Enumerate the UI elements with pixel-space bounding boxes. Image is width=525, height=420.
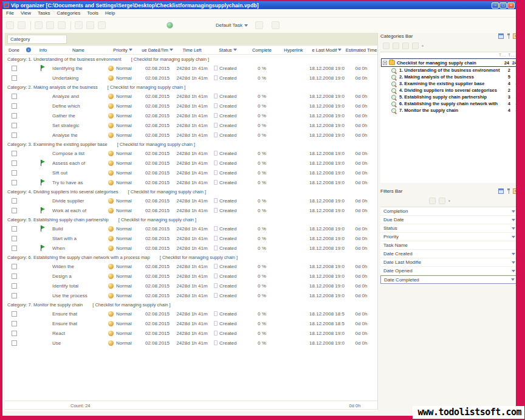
task-row[interactable]: Ensure thatNormal02.08.20152428d 1h 41mC… — [5, 309, 377, 318]
options-icon[interactable] — [272, 21, 280, 29]
undo-icon[interactable] — [75, 21, 83, 29]
close-button[interactable]: × — [507, 2, 515, 9]
dock-panel-icon[interactable] — [498, 33, 504, 39]
column-header-e-last-modif[interactable]: e Last Modif — [309, 47, 345, 53]
tree-root-row[interactable]: Checklist for managing supply chain2424 — [381, 58, 516, 67]
task-type-select[interactable]: Default Task — [216, 22, 248, 28]
column-header-time-left[interactable]: Time Left — [174, 47, 210, 53]
menu-help[interactable]: Help — [105, 10, 115, 16]
tree-category-row[interactable]: 3. Examining the existing supplier base4… — [380, 80, 516, 87]
menu-view[interactable]: View — [21, 10, 31, 16]
done-checkbox[interactable] — [12, 170, 17, 176]
menu-categories[interactable]: Categories — [57, 10, 81, 16]
task-name[interactable]: Use — [52, 340, 105, 346]
minimize-button[interactable]: − — [492, 2, 499, 9]
add-category-icon[interactable] — [383, 43, 389, 49]
delete-category-icon[interactable] — [402, 43, 409, 49]
apply-filter-icon[interactable] — [429, 198, 436, 204]
task-name[interactable]: Compose a list — [52, 151, 105, 156]
category-group-row[interactable]: Category: 4. Dividing suppliers into sev… — [5, 187, 377, 196]
task-row[interactable]: Use the processNormal02.08.20152428d 1h … — [5, 291, 377, 300]
done-checkbox[interactable] — [12, 340, 17, 346]
task-name[interactable]: Undertaking — [52, 75, 105, 81]
column-header-hyperlink[interactable]: Hyperlink — [278, 47, 309, 53]
done-checkbox[interactable] — [12, 123, 17, 128]
toolbar-overflow-icon[interactable] — [422, 45, 424, 47]
category-options-icon[interactable] — [412, 43, 419, 49]
task-name[interactable]: Set strategic — [52, 123, 105, 128]
filter-row-task-name[interactable]: Task Name — [380, 241, 516, 250]
pin-icon[interactable] — [506, 33, 511, 39]
column-header-complete[interactable]: Complete — [245, 47, 278, 53]
task-name[interactable]: Identify total — [52, 283, 105, 289]
column-header-estimated-time[interactable]: Estimated Time — [345, 47, 377, 53]
task-name[interactable]: When — [52, 246, 105, 251]
done-checkbox[interactable] — [12, 274, 17, 279]
task-name[interactable]: Analyse the — [52, 133, 105, 138]
done-checkbox[interactable] — [12, 75, 17, 81]
task-row[interactable]: Compose a listNormal02.08.20152428d 1h 4… — [5, 148, 377, 158]
task-row[interactable]: ReactNormal02.08.20152428d 1h 41mCreated… — [5, 328, 377, 338]
done-checkbox[interactable] — [12, 264, 17, 269]
menu-file[interactable]: File — [6, 10, 14, 16]
assign-icon[interactable] — [255, 21, 263, 29]
menu-tools[interactable]: Tools — [87, 10, 98, 16]
edit-task-icon[interactable] — [18, 21, 26, 29]
tree-category-row[interactable]: 6. Establishing the supply chain network… — [380, 100, 516, 107]
tree-category-row[interactable]: 4. Dividing suppliers into several categ… — [380, 87, 516, 94]
task-name[interactable]: Start with a — [52, 236, 105, 241]
task-row[interactable]: Work at each ofNormal02.08.20152428d 1h … — [5, 205, 377, 215]
category-group-row[interactable]: Category: 2. Making analysis of the busi… — [5, 83, 377, 91]
task-row[interactable]: Assess each ofNormal02.08.20152428d 1h 4… — [5, 158, 377, 168]
task-row[interactable]: Divide supplierNormal02.08.20152428d 1h … — [5, 196, 377, 205]
filter-row-completion[interactable]: Completion — [380, 207, 516, 216]
task-row[interactable]: Set strategicNormal02.08.20152428d 1h 41… — [5, 120, 377, 130]
task-row[interactable]: Start with aNormal02.08.20152428d 1h 41m… — [5, 233, 377, 243]
collapse-icon[interactable] — [383, 61, 387, 65]
done-checkbox[interactable] — [12, 151, 17, 156]
new-task-icon[interactable] — [6, 21, 14, 29]
copy-icon[interactable] — [46, 21, 54, 29]
done-checkbox[interactable] — [12, 293, 17, 298]
task-name[interactable]: Sift out — [52, 170, 105, 176]
column-header-done[interactable]: Done — [5, 47, 23, 53]
task-name[interactable]: Ensure that — [52, 311, 105, 317]
task-row[interactable]: Sift outNormal02.08.20152428d 1h 41mCrea… — [5, 168, 377, 177]
task-name[interactable]: Design a — [52, 274, 105, 279]
tree-category-row[interactable]: 1. Understanding of the business environ… — [380, 67, 516, 74]
sync-icon[interactable] — [166, 22, 173, 29]
done-checkbox[interactable] — [12, 66, 17, 71]
group-by-box[interactable]: Category — [7, 35, 67, 44]
done-checkbox[interactable] — [12, 246, 17, 251]
task-name[interactable]: Ensure that — [52, 321, 105, 326]
toolbar-overflow-icon[interactable] — [448, 200, 450, 202]
task-row[interactable]: Define whichNormal02.08.20152428d 1h 41m… — [5, 101, 377, 111]
task-row[interactable]: WhenNormal02.08.20152428d 1h 41mCreated0… — [5, 243, 377, 253]
column-header-i[interactable]: i — [23, 47, 34, 52]
column-header-priority[interactable]: Priority — [105, 47, 141, 53]
done-checkbox[interactable] — [12, 331, 17, 336]
filter-row-due-date[interactable]: Due Date — [380, 216, 516, 224]
category-group-row[interactable]: Category: 6. Establishing the supply cha… — [5, 253, 377, 261]
task-row[interactable]: Ensure thatNormal02.08.20152428d 1h 41mC… — [5, 318, 377, 328]
done-checkbox[interactable] — [12, 94, 17, 99]
print-icon[interactable] — [98, 21, 106, 29]
cut-icon[interactable] — [35, 21, 43, 29]
done-checkbox[interactable] — [12, 133, 17, 138]
category-group-row[interactable]: Category: 7. Monitor the supply chain[ C… — [5, 300, 377, 309]
task-row[interactable]: UndertakingNormal02.08.20152428d 1h 41mC… — [5, 73, 377, 83]
category-group-row[interactable]: Category: 3. Examining the existing supp… — [5, 140, 377, 148]
menu-tasks[interactable]: Tasks — [38, 10, 50, 16]
task-name[interactable]: React — [52, 331, 105, 336]
done-checkbox[interactable] — [12, 226, 17, 232]
task-name[interactable]: Assess each of — [52, 160, 105, 166]
task-row[interactable]: BuildNormal02.08.20152428d 1h 41mCreated… — [5, 224, 377, 233]
task-row[interactable]: Analyse theNormal02.08.20152428d 1h 41mC… — [5, 130, 377, 140]
done-checkbox[interactable] — [12, 311, 17, 317]
task-name[interactable]: Widen the — [52, 264, 105, 269]
close-panel-icon[interactable]: × — [513, 188, 516, 194]
dock-panel-icon[interactable] — [498, 188, 504, 194]
task-name[interactable]: Work at each of — [52, 208, 105, 213]
done-checkbox[interactable] — [12, 160, 17, 166]
column-header-status[interactable]: Status — [210, 47, 245, 53]
